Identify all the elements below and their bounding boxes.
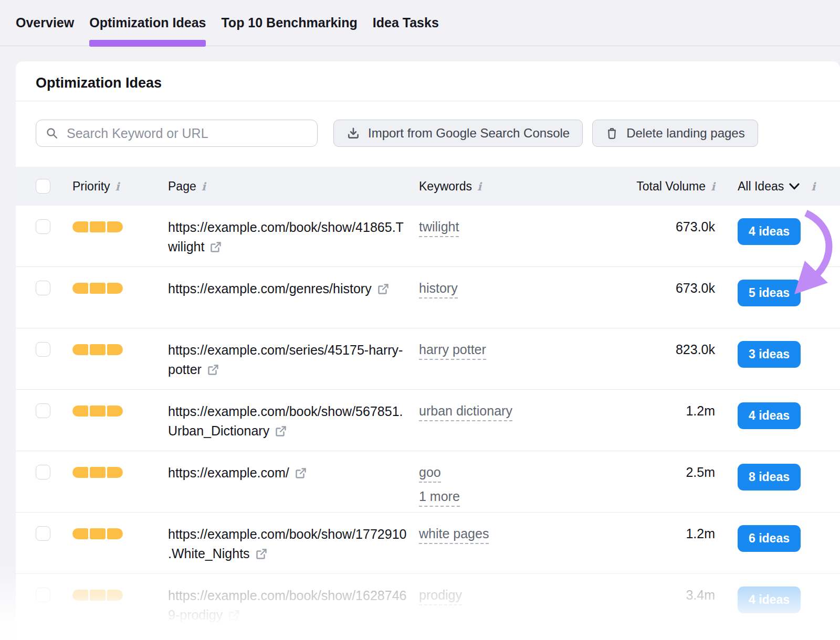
keyword-link[interactable]: prodigy xyxy=(419,588,462,605)
tab-optimization-ideas[interactable]: Optimization Ideas xyxy=(89,0,206,46)
priority-indicator xyxy=(72,221,123,232)
tab-label: Optimization Ideas xyxy=(89,15,206,30)
column-header-page: Page i xyxy=(168,179,419,194)
external-link-icon[interactable] xyxy=(209,241,222,253)
column-label: Page xyxy=(168,179,196,194)
page-cell: https://example.com/genres/history xyxy=(168,267,407,298)
priority-cell xyxy=(72,328,168,355)
page-url: https://example.com/book/show/16287469-p… xyxy=(168,588,406,622)
priority-cell xyxy=(72,574,168,601)
optimization-ideas-panel: Optimization Ideas Import from Google Se… xyxy=(16,61,840,640)
column-header-total-volume: Total Volume i xyxy=(600,179,715,194)
column-header-priority: Priority i xyxy=(72,179,168,194)
download-icon xyxy=(346,126,360,140)
page-cell: https://example.com/book/show/567851.Urb… xyxy=(168,390,407,441)
info-icon[interactable]: i xyxy=(711,181,715,192)
priority-cell xyxy=(72,390,168,417)
trash-icon xyxy=(605,127,618,140)
keywords-cell: twilight xyxy=(419,206,600,237)
info-icon[interactable]: i xyxy=(811,181,815,192)
keywords-cell: history xyxy=(419,267,600,298)
column-header-all-ideas: All Ideas i xyxy=(715,179,840,194)
select-all-checkbox[interactable] xyxy=(36,179,50,194)
table-row: https://example.com/book/show/1772910.Wh… xyxy=(16,513,840,574)
table-row: https://example.com/book/show/41865.Twil… xyxy=(16,206,840,267)
table-row: https://example.com/ goo 1 more 2.5m 8 i… xyxy=(16,451,840,513)
priority-indicator xyxy=(72,283,123,294)
checkbox-cell xyxy=(36,206,72,234)
page-cell: https://example.com/ xyxy=(168,451,407,483)
external-link-icon[interactable] xyxy=(275,425,287,438)
external-link-icon[interactable] xyxy=(255,548,268,560)
ideas-count-button[interactable]: 6 ideas xyxy=(738,525,801,552)
checkbox-cell xyxy=(36,267,72,295)
total-volume-value: 1.2m xyxy=(600,513,715,541)
priority-cell xyxy=(72,267,168,294)
row-checkbox[interactable] xyxy=(36,219,50,234)
checkbox-cell xyxy=(36,451,72,479)
column-label: Total Volume xyxy=(636,179,706,194)
ideas-count-button[interactable]: 4 ideas xyxy=(738,218,801,245)
ideas-count-button[interactable]: 5 ideas xyxy=(738,280,801,306)
ideas-count-button[interactable]: 4 ideas xyxy=(738,586,801,613)
total-volume-value: 3.4m xyxy=(600,574,715,603)
info-icon[interactable]: i xyxy=(202,181,206,192)
priority-indicator xyxy=(72,467,123,478)
page-cell: https://example.com/book/show/1772910.Wh… xyxy=(168,513,407,563)
page-url: https://example.com/ xyxy=(168,465,289,480)
page-url: https://example.com/book/show/41865.Twil… xyxy=(168,220,404,254)
table-row: https://example.com/genres/history histo… xyxy=(16,267,840,328)
row-checkbox[interactable] xyxy=(36,526,50,541)
column-header-keywords: Keywords i xyxy=(419,179,600,194)
keyword-link[interactable]: white pages xyxy=(419,526,489,544)
keyword-link[interactable]: goo xyxy=(419,465,441,483)
ideas-cell: 6 ideas xyxy=(715,513,840,552)
row-checkbox[interactable] xyxy=(36,588,50,602)
row-checkbox[interactable] xyxy=(36,465,50,479)
search-input[interactable] xyxy=(36,120,318,147)
ideas-cell: 4 ideas xyxy=(715,206,840,245)
more-keywords-link[interactable]: 1 more xyxy=(419,489,460,507)
external-link-icon[interactable] xyxy=(207,364,219,376)
keyword-link[interactable]: history xyxy=(419,281,458,298)
tab-top-10-benchmarking[interactable]: Top 10 Benchmarking xyxy=(221,0,357,46)
tab-overview[interactable]: Overview xyxy=(16,0,74,46)
delete-landing-pages-button[interactable]: Delete landing pages xyxy=(592,120,758,147)
keyword-link[interactable]: urban dictionary xyxy=(419,403,512,421)
keyword-link[interactable]: harry potter xyxy=(419,342,486,360)
total-volume-value: 1.2m xyxy=(600,390,715,419)
keywords-cell: white pages xyxy=(419,513,600,544)
page-cell: https://example.com/book/show/41865.Twil… xyxy=(168,206,407,257)
row-checkbox[interactable] xyxy=(36,403,50,418)
table-header-row: Priority i Page i Keywords i Total Volum… xyxy=(16,167,840,206)
total-volume-value: 823.0k xyxy=(600,328,715,357)
tab-idea-tasks[interactable]: Idea Tasks xyxy=(373,0,439,46)
keywords-cell: prodigy xyxy=(419,574,600,605)
dropdown-label: All Ideas xyxy=(738,179,784,194)
total-volume-value: 2.5m xyxy=(600,451,715,480)
external-link-icon[interactable] xyxy=(295,467,307,479)
tab-label: Top 10 Benchmarking xyxy=(221,15,357,30)
ideas-count-button[interactable]: 8 ideas xyxy=(738,464,801,490)
tab-bar: Overview Optimization Ideas Top 10 Bench… xyxy=(0,0,840,46)
info-icon[interactable]: i xyxy=(116,181,120,192)
page-title: Optimization Ideas xyxy=(36,75,820,91)
table-row: https://example.com/book/show/16287469-p… xyxy=(16,574,840,635)
ideas-filter-dropdown[interactable]: All Ideas xyxy=(738,179,800,194)
keywords-cell: goo 1 more xyxy=(419,451,600,507)
keyword-link[interactable]: twilight xyxy=(419,219,459,237)
total-volume-value: 673.0k xyxy=(600,267,715,296)
info-icon[interactable]: i xyxy=(477,181,481,192)
search-icon xyxy=(46,127,58,140)
row-checkbox[interactable] xyxy=(36,342,50,357)
external-link-icon[interactable] xyxy=(377,283,390,295)
priority-cell xyxy=(72,513,168,539)
table-row: https://example.com/series/45175-harry-p… xyxy=(16,328,840,390)
ideas-count-button[interactable]: 4 ideas xyxy=(738,402,801,429)
import-from-gsc-button[interactable]: Import from Google Search Console xyxy=(333,120,583,147)
checkbox-cell xyxy=(36,513,72,541)
external-link-icon[interactable] xyxy=(228,609,240,622)
row-checkbox[interactable] xyxy=(36,281,50,295)
checkbox-cell xyxy=(36,574,72,602)
ideas-count-button[interactable]: 3 ideas xyxy=(738,341,801,368)
